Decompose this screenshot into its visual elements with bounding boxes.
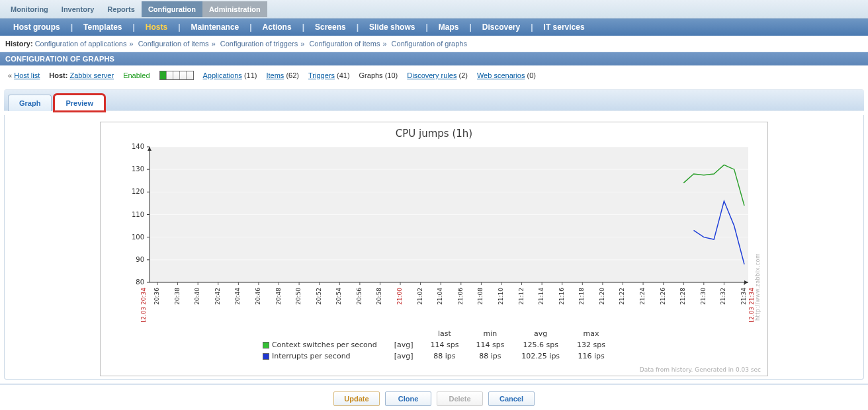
- svg-text:21:06: 21:06: [457, 288, 464, 305]
- svg-text:20:58: 20:58: [376, 288, 382, 305]
- subnav-it-services[interactable]: IT services: [535, 20, 594, 34]
- chart-panel: CPU jumps (1h) 809010011012013014020:362…: [100, 122, 768, 376]
- svg-text:20:40: 20:40: [194, 288, 200, 305]
- history-label: History:: [5, 40, 33, 48]
- svg-text:20:38: 20:38: [174, 288, 181, 305]
- legend-series-name: Context switches per second: [255, 340, 385, 350]
- svg-text:20:48: 20:48: [275, 288, 282, 305]
- host-info-row: « Host list Host: Zabbix server Enabled …: [0, 65, 868, 85]
- delete-button: Delete: [437, 391, 483, 406]
- svg-text:80: 80: [136, 278, 144, 286]
- legend-series-name: Interrupts per second: [255, 351, 385, 361]
- svg-text:21:00: 21:00: [396, 288, 403, 305]
- subnav-discovery[interactable]: Discovery: [473, 20, 529, 34]
- primary-nav: MonitoringInventoryReportsConfigurationA…: [0, 0, 868, 19]
- update-button[interactable]: Update: [333, 391, 380, 406]
- legend-swatch: [263, 353, 269, 360]
- subnav-screens[interactable]: Screens: [306, 20, 355, 34]
- svg-text:20:46: 20:46: [255, 288, 261, 305]
- svg-text:120: 120: [132, 188, 144, 195]
- svg-text:100: 100: [132, 233, 144, 241]
- svg-text:90: 90: [136, 256, 144, 263]
- svg-text:21:20: 21:20: [599, 288, 605, 305]
- nav-configuration[interactable]: Configuration: [142, 1, 202, 17]
- svg-text:21:02: 21:02: [417, 288, 423, 305]
- svg-text:21:04: 21:04: [437, 288, 443, 305]
- generated-note: Data from history. Generated in 0.03 sec: [103, 365, 765, 373]
- svg-text:20:36: 20:36: [153, 288, 160, 305]
- svg-text:21:26: 21:26: [660, 288, 666, 305]
- cancel-button[interactable]: Cancel: [488, 391, 535, 406]
- svg-text:21:16: 21:16: [558, 288, 565, 305]
- svg-text:21:34: 21:34: [740, 288, 747, 305]
- svg-text:110: 110: [132, 211, 144, 218]
- svg-text:21:24: 21:24: [639, 288, 646, 305]
- breadcrumb-link[interactable]: Configuration of items: [138, 40, 209, 48]
- host-link-discovery-rules[interactable]: Discovery rules: [407, 71, 456, 79]
- svg-text:21:12: 21:12: [518, 288, 525, 305]
- svg-text:21:32: 21:32: [720, 288, 726, 305]
- breadcrumb-link[interactable]: Configuration of applications: [35, 40, 127, 48]
- breadcrumb-link[interactable]: Configuration of graphs: [392, 40, 467, 48]
- host-link-items[interactable]: Items: [266, 71, 284, 79]
- tab-content-preview: CPU jumps (1h) 809010011012013014020:362…: [4, 115, 864, 380]
- host-label: Host:: [49, 71, 67, 79]
- chart-legend: lastminavgmaxContext switches per second…: [253, 327, 615, 362]
- svg-text:21:14: 21:14: [538, 288, 544, 305]
- breadcrumb: History: Configuration of applications» …: [0, 36, 868, 52]
- svg-text:21:22: 21:22: [619, 288, 625, 305]
- subnav-host-groups[interactable]: Host groups: [4, 20, 69, 34]
- svg-text:140: 140: [132, 144, 144, 150]
- svg-text:21:08: 21:08: [477, 288, 484, 305]
- svg-text:130: 130: [132, 165, 144, 173]
- svg-text:21:30: 21:30: [700, 288, 707, 305]
- nav-administration[interactable]: Administration: [202, 1, 267, 17]
- svg-text:20:42: 20:42: [214, 288, 221, 305]
- host-list-link[interactable]: Host list: [14, 71, 40, 79]
- svg-text:20:54: 20:54: [335, 288, 342, 305]
- svg-text:20:44: 20:44: [234, 288, 241, 305]
- breadcrumb-link[interactable]: Configuration of items: [309, 40, 380, 48]
- host-name-link[interactable]: Zabbix server: [69, 71, 114, 79]
- svg-text:21:28: 21:28: [679, 288, 686, 305]
- nav-reports[interactable]: Reports: [101, 1, 142, 17]
- subnav-maps[interactable]: Maps: [429, 20, 468, 34]
- svg-text:20:56: 20:56: [356, 288, 363, 305]
- host-link-applications[interactable]: Applications: [203, 71, 242, 79]
- nav-inventory[interactable]: Inventory: [55, 1, 101, 17]
- nav-monitoring[interactable]: Monitoring: [4, 1, 55, 17]
- host-link-graphs: Graphs: [359, 71, 383, 79]
- svg-text:12.03 20:34: 12.03 20:34: [140, 288, 147, 322]
- svg-text:20:52: 20:52: [316, 288, 322, 305]
- host-link-web-scenarios[interactable]: Web scenarios: [477, 71, 525, 79]
- availability-icon: [159, 71, 194, 80]
- tab-bar: Graph Preview: [4, 89, 864, 111]
- credit-label: http://www.zabbix.com: [755, 144, 761, 322]
- svg-text:21:10: 21:10: [498, 288, 504, 305]
- chart-plot: 809010011012013014020:3620:3820:4020:422…: [103, 144, 755, 322]
- subnav-slide-shows[interactable]: Slide shows: [360, 20, 424, 34]
- breadcrumb-link[interactable]: Configuration of triggers: [220, 40, 298, 48]
- host-link-triggers[interactable]: Triggers: [308, 71, 335, 79]
- legend-swatch: [263, 342, 269, 348]
- chart-title: CPU jumps (1h): [103, 128, 765, 140]
- section-title: CONFIGURATION OF GRAPHS: [0, 52, 868, 65]
- clone-button[interactable]: Clone: [385, 391, 431, 406]
- sub-nav: Host groups|Templates|Hosts|Maintenance|…: [0, 19, 868, 36]
- tab-graph[interactable]: Graph: [8, 95, 52, 111]
- tab-preview[interactable]: Preview: [54, 95, 105, 111]
- svg-text:21:18: 21:18: [578, 288, 585, 305]
- subnav-actions[interactable]: Actions: [253, 20, 301, 34]
- svg-text:12.03 21:34: 12.03 21:34: [748, 288, 755, 322]
- svg-text:20:50: 20:50: [295, 288, 302, 305]
- host-status: Enabled: [123, 71, 150, 79]
- subnav-maintenance[interactable]: Maintenance: [182, 20, 249, 34]
- subnav-hosts[interactable]: Hosts: [136, 20, 177, 34]
- footer-actions: Update Clone Delete Cancel: [0, 384, 868, 410]
- subnav-templates[interactable]: Templates: [74, 20, 131, 34]
